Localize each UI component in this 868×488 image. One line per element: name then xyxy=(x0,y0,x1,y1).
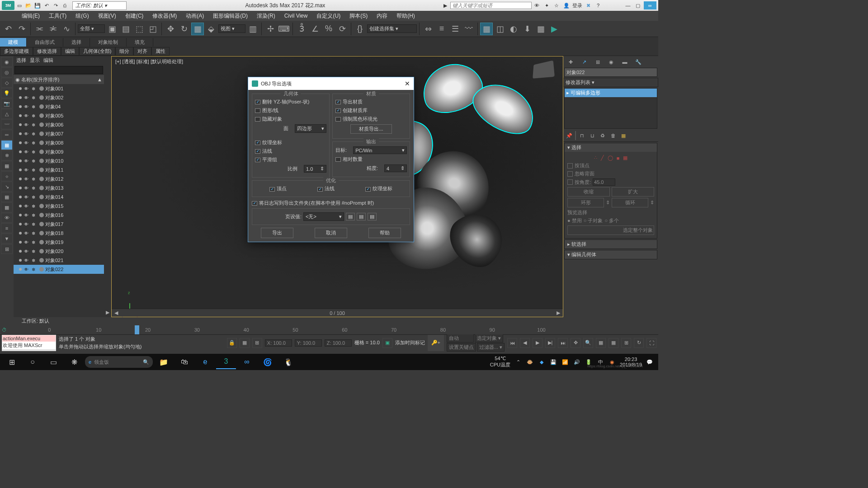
display-geo-icon[interactable]: ◎ xyxy=(1,67,13,77)
chk-ignore-back[interactable] xyxy=(567,171,573,177)
goto-start-icon[interactable]: ⏮ xyxy=(507,338,517,348)
edge-icon[interactable]: e xyxy=(195,355,215,369)
nav6-icon[interactable]: ↻ xyxy=(634,338,644,348)
scene-item[interactable]: 👁❄对象001 xyxy=(14,84,104,93)
scene-item[interactable]: 👁❄对象018 xyxy=(14,229,104,238)
link1-icon[interactable]: 👁 xyxy=(533,1,541,9)
menu-render[interactable]: 渲染(R) xyxy=(253,11,279,21)
chk-flip-yz[interactable] xyxy=(255,100,260,104)
tab-selection[interactable]: 选择 xyxy=(63,38,90,47)
tab-modeling[interactable]: 建模 xyxy=(0,38,27,47)
menu-edit[interactable]: 编辑(E) xyxy=(18,11,43,21)
angle-spinner[interactable]: 45.0 xyxy=(593,178,615,186)
time-slider[interactable] xyxy=(135,325,139,334)
taskbar-search[interactable]: e领盒饭🔍 xyxy=(85,356,153,368)
user-icon[interactable]: 👤 xyxy=(562,1,571,9)
select-rect-icon[interactable]: ⬚ xyxy=(133,23,146,35)
display-frozen-icon[interactable]: ❄ xyxy=(1,150,13,160)
help-btn[interactable]: 帮助 xyxy=(368,228,401,238)
nav1-icon[interactable]: ✥ xyxy=(571,338,580,348)
frame-prev-icon[interactable]: ◀ xyxy=(114,310,118,316)
scale-icon[interactable]: ▦ xyxy=(191,23,204,35)
chk-opt-tex[interactable] xyxy=(365,187,371,192)
scene-item[interactable]: 👁❄对象013 xyxy=(14,183,104,192)
align-icon[interactable]: ≡ xyxy=(435,23,448,35)
target-select[interactable]: PC/Win▾ xyxy=(353,146,407,154)
workspace-dropdown[interactable]: 工作区: 默认 ▾ xyxy=(72,1,127,10)
new-icon[interactable]: ▭ xyxy=(15,1,24,9)
scene-item[interactable]: 👁❄对象008 xyxy=(14,138,104,147)
tab-freeform[interactable]: 自由形式 xyxy=(27,38,63,47)
scene-item[interactable]: 👁❄对象011 xyxy=(14,165,104,174)
preset-btn2[interactable]: ▤ xyxy=(357,213,366,221)
chk-log[interactable] xyxy=(252,201,257,206)
app1-icon[interactable]: ❋ xyxy=(64,355,84,369)
poly-subobj-icon[interactable]: ■ xyxy=(617,155,620,161)
angle-snap-icon[interactable]: ∠ xyxy=(309,23,321,35)
percent-snap-icon[interactable]: % xyxy=(322,23,335,35)
chk-export-mat[interactable] xyxy=(335,100,341,104)
panel-geo[interactable]: 几何体(全部) xyxy=(79,47,115,56)
scene-item[interactable]: 👁❄对象002 xyxy=(14,93,104,102)
chk-smooth[interactable] xyxy=(255,158,260,162)
taskview-icon[interactable]: ▭ xyxy=(43,355,63,369)
named-sets[interactable]: 创建选择集 ▾ xyxy=(367,24,417,33)
grow-btn[interactable]: 扩大 xyxy=(612,187,654,197)
rollout-soft[interactable]: ▸ 软选择 xyxy=(565,240,657,249)
keyfilter-dd[interactable]: 过滤器... ▾ xyxy=(477,343,505,352)
rollout-select[interactable]: ▾ 选择 xyxy=(565,143,657,152)
rollout-editgeo[interactable]: ▾ 编辑几何体 xyxy=(565,250,657,259)
editset-icon[interactable]: {} xyxy=(354,23,366,35)
vertex-subobj-icon[interactable]: ∴ xyxy=(594,155,597,161)
scene-tab-edit[interactable]: 编辑 xyxy=(43,57,53,64)
dialog-close-icon[interactable]: ✕ xyxy=(405,80,410,87)
menu-group[interactable]: 组(G) xyxy=(72,11,92,21)
setkey-big[interactable]: 🔑+ xyxy=(428,335,444,351)
minimize-icon[interactable]: — xyxy=(624,1,632,9)
app3-icon[interactable]: 🐧 xyxy=(278,355,298,369)
expand-icon[interactable]: ▶ xyxy=(106,310,109,315)
scene-header[interactable]: ◉ 名称(按升序排序)▲ xyxy=(14,75,104,84)
select-window-icon[interactable]: ◰ xyxy=(146,23,159,35)
chk-opt-vertex[interactable] xyxy=(269,187,275,192)
radio-subobj[interactable]: ○ 子对象 xyxy=(584,217,603,224)
open-icon[interactable]: 📂 xyxy=(24,1,33,9)
y-coord[interactable]: Y: 100.0 xyxy=(295,339,322,347)
project-icon[interactable]: ⎙ xyxy=(61,1,69,9)
motion-tab-icon[interactable]: ◉ xyxy=(605,57,618,67)
play-icon[interactable]: ▶ xyxy=(441,1,449,9)
layer-icon[interactable]: ☰ xyxy=(449,23,462,35)
modifier-item[interactable]: ▸ 可编辑多边形 xyxy=(565,89,657,97)
coord-system[interactable]: 视图 ▾ xyxy=(218,24,245,33)
link-icon[interactable]: ⫘ xyxy=(33,23,46,35)
display-container-icon[interactable]: ▦ xyxy=(1,140,13,150)
goto-end-icon[interactable]: ⏭ xyxy=(558,338,568,348)
scene-item[interactable]: 👁❄对象010 xyxy=(14,156,104,165)
x-coord[interactable]: X: 100.0 xyxy=(265,339,292,347)
login-link[interactable]: 登录 xyxy=(572,2,582,9)
scene-item[interactable]: 👁❄对象020 xyxy=(14,247,104,256)
display-cameras-icon[interactable]: 📷 xyxy=(1,99,13,108)
chk-hidden[interactable] xyxy=(255,117,260,122)
fav-icon[interactable]: ☆ xyxy=(552,1,561,9)
preset-select[interactable]: <无>▾ xyxy=(303,212,344,221)
modifier-stack[interactable]: ▸ 可编辑多边形 xyxy=(564,88,657,129)
play-icon[interactable]: ▶ xyxy=(533,338,542,348)
isolate-icon[interactable]: ▦ xyxy=(240,338,250,348)
menu-tools[interactable]: 工具(T) xyxy=(45,11,70,21)
scene-item[interactable]: 👁❄对象017 xyxy=(14,220,104,229)
hierarchy-tab-icon[interactable]: ⊞ xyxy=(591,57,604,67)
element-subobj-icon[interactable]: ▦ xyxy=(623,155,627,161)
timetag-icon[interactable]: ▣ xyxy=(382,338,392,348)
render-frame-icon[interactable]: ▦ xyxy=(534,23,547,35)
ring-btn[interactable]: 环形 xyxy=(567,198,604,207)
start-icon[interactable]: ⊞ xyxy=(2,355,22,369)
close-x-icon[interactable]: ✖ xyxy=(584,1,592,9)
modifier-list-label[interactable]: 修改器列表 ▾ xyxy=(563,78,658,87)
create-tab-icon[interactable]: ✚ xyxy=(564,57,577,67)
panel-align[interactable]: 对齐 xyxy=(133,47,151,56)
tray-up-icon[interactable]: ⌃ xyxy=(514,358,522,366)
filter5-icon[interactable]: ▦ xyxy=(1,202,13,212)
cancel-btn[interactable]: 取消 xyxy=(315,228,347,238)
display-all-icon[interactable]: ◉ xyxy=(1,57,13,67)
